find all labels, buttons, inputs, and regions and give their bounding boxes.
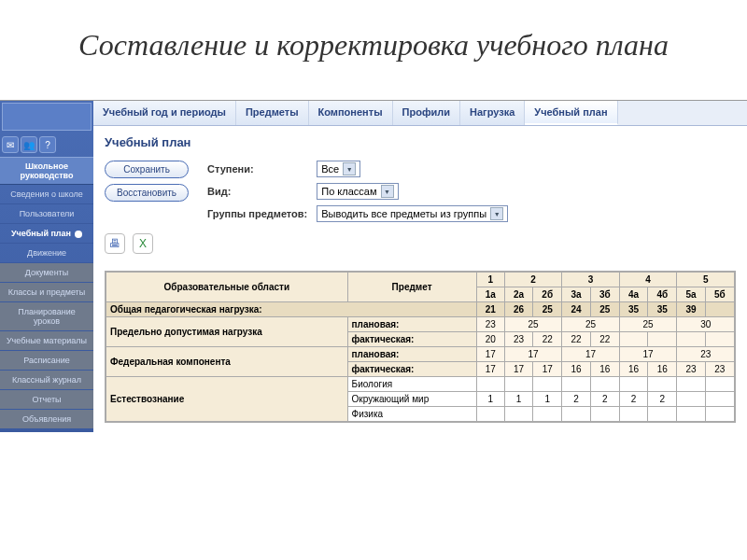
cell[interactable]: 1 bbox=[533, 392, 562, 407]
app-window: ✉ 👥 ? Школьное руководство Сведения о шк… bbox=[0, 100, 747, 432]
cell[interactable]: 22 bbox=[533, 332, 562, 347]
groups-select[interactable]: Выводить все предметы из группы▼ bbox=[317, 205, 508, 222]
sidebar-item-movement[interactable]: Движение bbox=[0, 244, 93, 263]
print-icon[interactable]: 🖶 bbox=[105, 233, 125, 254]
cell[interactable]: 17 bbox=[533, 362, 562, 377]
cell[interactable]: 23 bbox=[504, 332, 532, 347]
cell[interactable]: 17 bbox=[476, 347, 504, 362]
tab-load[interactable]: Нагрузка bbox=[460, 101, 525, 125]
sidebar-item-users[interactable]: Пользователи bbox=[0, 204, 93, 224]
cell[interactable] bbox=[677, 407, 705, 422]
help-icon[interactable]: ? bbox=[39, 136, 56, 153]
cell[interactable] bbox=[476, 407, 504, 422]
cell[interactable] bbox=[562, 377, 590, 392]
cell[interactable]: 17 bbox=[476, 362, 504, 377]
steps-select[interactable]: Все▼ bbox=[317, 161, 360, 177]
cell[interactable]: 2 bbox=[648, 392, 677, 407]
cell[interactable]: 16 bbox=[562, 362, 590, 377]
cell[interactable] bbox=[533, 407, 562, 422]
cell[interactable] bbox=[476, 377, 504, 392]
cell[interactable]: 24 bbox=[562, 302, 590, 317]
cell[interactable]: 25 bbox=[504, 317, 562, 332]
cell[interactable]: 25 bbox=[590, 302, 619, 317]
sidebar-item-classes[interactable]: Классы и предметы bbox=[0, 283, 93, 302]
cell[interactable]: 17 bbox=[562, 347, 620, 362]
cell[interactable] bbox=[648, 332, 677, 347]
cell[interactable]: 25 bbox=[533, 302, 562, 317]
cell[interactable]: 20 bbox=[476, 332, 504, 347]
main-area: Учебный год и периоды Предметы Компонент… bbox=[93, 101, 747, 432]
cell[interactable] bbox=[619, 377, 647, 392]
sidebar-item-journal[interactable]: Классный журнал bbox=[0, 371, 93, 390]
sidebar-item-reports[interactable]: Отчеты bbox=[0, 390, 93, 410]
sidebar-item-curriculum[interactable]: Учебный план bbox=[0, 224, 93, 244]
cell[interactable]: 16 bbox=[590, 362, 619, 377]
cell[interactable] bbox=[677, 392, 705, 407]
cell[interactable] bbox=[705, 377, 734, 392]
sidebar-item-lesson-planning[interactable]: Планирование уроков bbox=[0, 302, 93, 331]
cell[interactable] bbox=[648, 407, 677, 422]
sidebar-item-announcements[interactable]: Объявления bbox=[0, 410, 93, 429]
cell[interactable] bbox=[705, 302, 734, 317]
cell[interactable]: 23 bbox=[677, 362, 705, 377]
cell[interactable] bbox=[533, 377, 562, 392]
cell[interactable] bbox=[705, 392, 734, 407]
tab-components[interactable]: Компоненты bbox=[309, 101, 393, 125]
tab-curriculum[interactable]: Учебный план bbox=[525, 101, 617, 125]
subject-cell: Биология bbox=[347, 377, 476, 392]
cell[interactable] bbox=[562, 407, 590, 422]
sidebar-item-schedule[interactable]: Расписание bbox=[0, 351, 93, 371]
cell[interactable]: 25 bbox=[562, 317, 620, 332]
cell[interactable]: 25 bbox=[619, 317, 677, 332]
class-cell: 4б bbox=[648, 287, 677, 302]
cell[interactable] bbox=[677, 377, 705, 392]
cell[interactable]: 35 bbox=[648, 302, 677, 317]
cell[interactable]: 2 bbox=[619, 392, 647, 407]
cell[interactable]: 16 bbox=[648, 362, 677, 377]
cell[interactable] bbox=[677, 332, 705, 347]
cell[interactable]: 2 bbox=[562, 392, 590, 407]
mail-icon[interactable]: ✉ bbox=[2, 136, 19, 153]
cell[interactable] bbox=[504, 407, 532, 422]
cell[interactable]: 17 bbox=[504, 347, 562, 362]
cell[interactable] bbox=[619, 407, 647, 422]
cell[interactable]: 17 bbox=[619, 347, 677, 362]
cell[interactable] bbox=[590, 377, 619, 392]
cell[interactable]: 1 bbox=[504, 392, 532, 407]
cell[interactable] bbox=[590, 407, 619, 422]
cell[interactable] bbox=[504, 377, 532, 392]
cell[interactable]: 23 bbox=[476, 317, 504, 332]
cell[interactable]: 21 bbox=[476, 302, 504, 317]
tab-profiles[interactable]: Профили bbox=[393, 101, 460, 125]
controls-row: Сохранить Восстановить Ступени: Все▼ Вид… bbox=[105, 161, 736, 222]
cell[interactable]: 35 bbox=[619, 302, 647, 317]
cell[interactable]: 23 bbox=[677, 347, 735, 362]
col-subject: Предмет bbox=[347, 273, 476, 302]
cell[interactable]: 16 bbox=[619, 362, 647, 377]
cell[interactable] bbox=[705, 407, 734, 422]
cell[interactable]: 39 bbox=[677, 302, 705, 317]
cell[interactable] bbox=[705, 332, 734, 347]
type-select[interactable]: По классам▼ bbox=[317, 183, 398, 200]
cell[interactable]: 1 bbox=[476, 392, 504, 407]
steps-value: Все bbox=[321, 163, 339, 175]
cell[interactable]: 26 bbox=[504, 302, 532, 317]
tab-year-periods[interactable]: Учебный год и периоды bbox=[93, 101, 236, 125]
cell[interactable]: 22 bbox=[562, 332, 590, 347]
cell[interactable]: 30 bbox=[677, 317, 735, 332]
cell[interactable]: 22 bbox=[590, 332, 619, 347]
cell[interactable]: 2 bbox=[590, 392, 619, 407]
restore-button[interactable]: Восстановить bbox=[105, 184, 189, 202]
class-cell: 1а bbox=[476, 287, 504, 302]
cell[interactable] bbox=[648, 377, 677, 392]
sidebar-item-school-info[interactable]: Сведения о школе bbox=[0, 185, 93, 204]
excel-icon[interactable]: X bbox=[133, 233, 153, 254]
cell[interactable]: 23 bbox=[705, 362, 734, 377]
cell[interactable] bbox=[619, 332, 647, 347]
cell[interactable]: 17 bbox=[504, 362, 532, 377]
users-icon[interactable]: 👥 bbox=[21, 136, 37, 153]
sidebar-item-materials[interactable]: Учебные материалы bbox=[0, 331, 93, 351]
sidebar-item-documents[interactable]: Документы bbox=[0, 263, 93, 283]
tab-subjects[interactable]: Предметы bbox=[236, 101, 309, 125]
save-button[interactable]: Сохранить bbox=[105, 161, 189, 178]
